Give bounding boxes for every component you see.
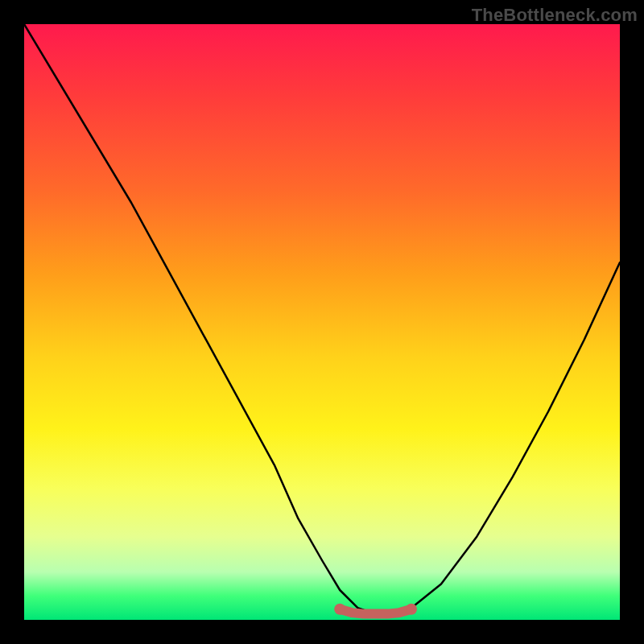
optimal-band-path: [340, 609, 411, 614]
optimal-band-end-dot: [406, 604, 417, 615]
plot-area: [24, 24, 620, 620]
optimal-band-end-dot: [334, 604, 345, 615]
chart-frame: TheBottleneck.com: [0, 0, 644, 644]
chart-svg: [24, 24, 620, 620]
watermark-text: TheBottleneck.com: [472, 5, 638, 26]
bottleneck-curve-path: [24, 24, 620, 614]
